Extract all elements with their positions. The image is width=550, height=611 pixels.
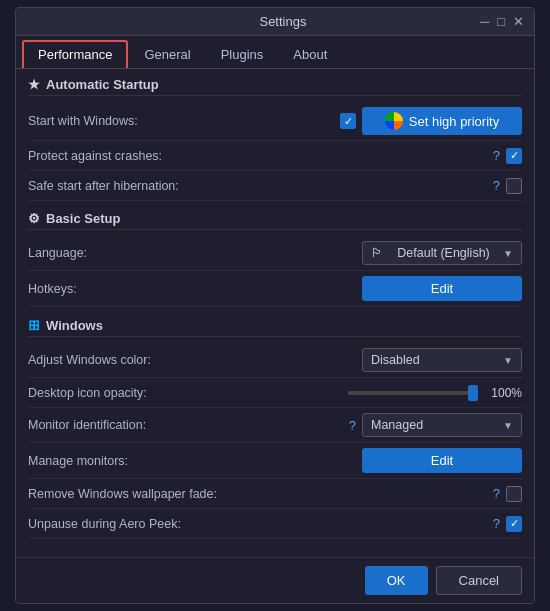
basic-setup-header: ⚙ Basic Setup: [28, 211, 522, 230]
settings-window: Settings ─ □ ✕ Performance General Plugi…: [15, 7, 535, 604]
minimize-button[interactable]: ─: [480, 14, 489, 29]
desktop-opacity-row: Desktop icon opacity: 100%: [28, 378, 522, 408]
automatic-startup-section: ★ Automatic Startup Start with Windows: …: [28, 77, 522, 201]
opacity-slider-track[interactable]: [348, 391, 478, 395]
language-dropdown[interactable]: 🏳 Default (English) ▼: [362, 241, 522, 265]
monitor-id-dropdown-arrow: ▼: [503, 420, 513, 431]
remove-wallpaper-fade-checkbox[interactable]: [506, 486, 522, 502]
basic-setup-section: ⚙ Basic Setup Language: 🏳 Default (Engli…: [28, 211, 522, 307]
windows-icon: ⊞: [28, 317, 40, 333]
tab-performance[interactable]: Performance: [22, 40, 128, 68]
star-icon: ★: [28, 77, 40, 92]
flag-icon: 🏳: [371, 246, 384, 260]
adjust-color-row: Adjust Windows color: Disabled ▼: [28, 343, 522, 378]
language-dropdown-arrow: ▼: [503, 248, 513, 259]
unpause-aero-peek-row: Unpause during Aero Peek: ?: [28, 509, 522, 539]
manage-monitors-row: Manage monitors: Edit: [28, 443, 522, 479]
windows-section: ⊞ Windows Adjust Windows color: Disabled…: [28, 317, 522, 539]
protect-crashes-row: Protect against crashes: ?: [28, 141, 522, 171]
monitor-identification-help-icon[interactable]: ?: [349, 418, 356, 433]
safe-start-checkbox[interactable]: [506, 178, 522, 194]
protect-crashes-help-icon[interactable]: ?: [493, 148, 500, 163]
opacity-value: 100%: [486, 386, 522, 400]
monitor-identification-row: Monitor identification: ? Managed ▼: [28, 408, 522, 443]
adjust-color-dropdown[interactable]: Disabled ▼: [362, 348, 522, 372]
close-button[interactable]: ✕: [513, 14, 524, 29]
language-row: Language: 🏳 Default (English) ▼: [28, 236, 522, 271]
title-bar: Settings ─ □ ✕: [16, 8, 534, 36]
start-with-windows-row: Start with Windows: Set high priority: [28, 102, 522, 141]
automatic-startup-header: ★ Automatic Startup: [28, 77, 522, 96]
tab-plugins[interactable]: Plugins: [207, 42, 278, 67]
safe-start-help-icon[interactable]: ?: [493, 178, 500, 193]
wallpaper-fade-help-icon[interactable]: ?: [493, 486, 500, 501]
cancel-button[interactable]: Cancel: [436, 566, 522, 595]
unpause-aero-peek-checkbox[interactable]: [506, 516, 522, 532]
start-with-windows-checkbox[interactable]: [340, 113, 356, 129]
monitor-identification-dropdown[interactable]: Managed ▼: [362, 413, 522, 437]
hotkeys-edit-button[interactable]: Edit: [362, 276, 522, 301]
settings-content: ★ Automatic Startup Start with Windows: …: [16, 69, 534, 557]
protect-crashes-checkbox[interactable]: [506, 148, 522, 164]
adjust-color-dropdown-arrow: ▼: [503, 355, 513, 366]
manage-monitors-edit-button[interactable]: Edit: [362, 448, 522, 473]
priority-icon: [385, 112, 403, 130]
maximize-button[interactable]: □: [497, 14, 505, 29]
footer: OK Cancel: [16, 557, 534, 603]
ok-button[interactable]: OK: [365, 566, 428, 595]
window-controls: ─ □ ✕: [480, 14, 524, 29]
set-high-priority-button[interactable]: Set high priority: [362, 107, 522, 135]
window-title: Settings: [86, 14, 480, 29]
remove-wallpaper-fade-row: Remove Windows wallpaper fade: ?: [28, 479, 522, 509]
tab-bar: Performance General Plugins About: [16, 36, 534, 69]
safe-start-row: Safe start after hibernation: ?: [28, 171, 522, 201]
windows-section-header: ⊞ Windows: [28, 317, 522, 337]
tab-about[interactable]: About: [279, 42, 341, 67]
tab-general[interactable]: General: [130, 42, 204, 67]
hotkeys-row: Hotkeys: Edit: [28, 271, 522, 307]
unpause-aero-help-icon[interactable]: ?: [493, 516, 500, 531]
gear-icon: ⚙: [28, 211, 40, 226]
